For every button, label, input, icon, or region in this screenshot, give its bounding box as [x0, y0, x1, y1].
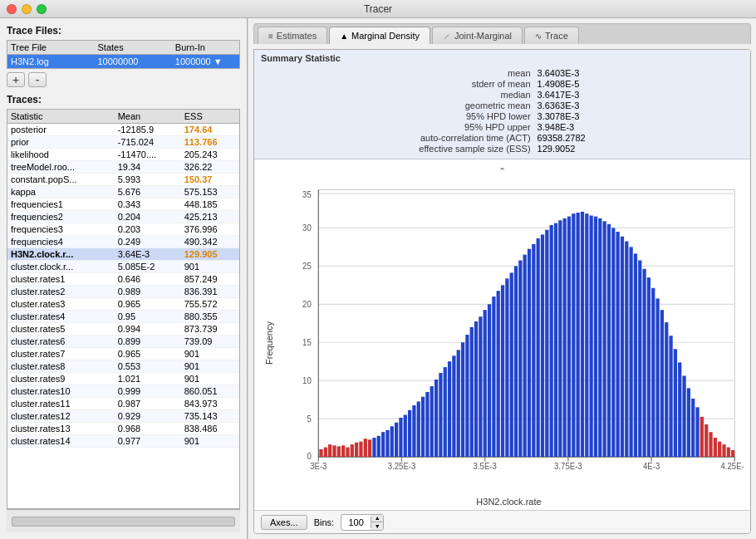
- traces-row[interactable]: cluster.rates14 0.977 901: [7, 435, 239, 448]
- traces-mean: 0.553: [115, 360, 181, 373]
- svg-rect-98: [616, 232, 619, 457]
- stats-grid: mean3.6403E-3stderr of mean1.4908E-5medi…: [261, 66, 744, 155]
- svg-rect-85: [558, 220, 562, 457]
- close-button[interactable]: [7, 4, 17, 14]
- traces-row[interactable]: cluster.rates13 0.968 838.486: [7, 423, 239, 435]
- svg-rect-36: [341, 445, 345, 457]
- right-panel: ≡ Estimates ▲ Marginal Density ⟋ Joint-M…: [248, 18, 756, 539]
- traces-row[interactable]: frequencies1 0.343 448.185: [7, 198, 239, 211]
- axes-button[interactable]: Axes...: [261, 515, 307, 530]
- traces-mean: 0.965: [115, 298, 181, 311]
- traces-row[interactable]: frequencies2 0.204 425.213: [7, 211, 239, 223]
- traces-ess: 880.355: [181, 311, 239, 323]
- traces-row[interactable]: likelihood -11470.... 205.243: [7, 149, 239, 161]
- svg-rect-119: [709, 432, 712, 457]
- svg-rect-55: [425, 392, 429, 457]
- svg-rect-99: [621, 237, 624, 457]
- add-trace-button[interactable]: +: [7, 72, 25, 87]
- tab-joint-marginal[interactable]: ⟋ Joint-Marginal: [432, 27, 523, 44]
- tab-marginal-density[interactable]: ▲ Marginal Density: [329, 27, 430, 44]
- estimates-icon: ≡: [268, 32, 273, 41]
- traces-row[interactable]: constant.popS... 5.993 150.37: [7, 174, 239, 186]
- traces-row[interactable]: cluster.rates11 0.987 843.973: [7, 398, 239, 410]
- traces-row[interactable]: cluster.rates4 0.95 880.355: [7, 311, 239, 323]
- traces-ess: 150.37: [181, 174, 239, 186]
- svg-rect-33: [328, 444, 331, 457]
- traces-ess: 129.905: [181, 248, 239, 261]
- svg-rect-57: [434, 380, 438, 457]
- bins-value[interactable]: 100: [341, 517, 371, 528]
- traces-scroll[interactable]: Statistic Mean ESS posterior -12185.9 17…: [7, 110, 239, 508]
- traces-row[interactable]: cluster.clock.r... 5.085E-2 901: [7, 261, 239, 273]
- traces-header-ess: ESS: [181, 110, 239, 124]
- traces-row[interactable]: cluster.rates6 0.899 739.09: [7, 336, 239, 348]
- traces-row[interactable]: treeModel.roo... 19.34 326.22: [7, 161, 239, 174]
- traces-row[interactable]: frequencies3 0.203 376.996: [7, 223, 239, 236]
- traces-row[interactable]: cluster.rates10 0.999 860.051: [7, 385, 239, 398]
- title-bar: Tracer: [0, 0, 756, 18]
- svg-text:4.25E-3: 4.25E-3: [721, 462, 744, 471]
- traces-ess: 490.342: [181, 236, 239, 248]
- bins-up-arrow[interactable]: ▲: [371, 515, 383, 522]
- svg-text:0: 0: [307, 452, 312, 461]
- svg-rect-56: [430, 386, 434, 457]
- minimize-button[interactable]: [22, 4, 32, 14]
- svg-rect-89: [577, 213, 580, 457]
- traces-row[interactable]: kappa 5.676 575.153: [7, 186, 239, 198]
- traces-ess: 739.09: [181, 336, 239, 348]
- svg-rect-82: [545, 230, 548, 457]
- chart-area: ⌃ Frequency 0: [254, 159, 750, 510]
- tf-header-states: States: [95, 41, 172, 55]
- traces-row[interactable]: cluster.rates8 0.553 901: [7, 360, 239, 373]
- traces-row[interactable]: cluster.rates3 0.965 755.572: [7, 298, 239, 311]
- tf-header-burnin: Burn-In: [172, 41, 240, 55]
- traces-row[interactable]: prior -715.024 113.766: [7, 136, 239, 149]
- traces-row[interactable]: posterior -12185.9 174.64: [7, 124, 239, 136]
- traces-ess: 838.486: [181, 423, 239, 435]
- traces-mean: 0.204: [115, 211, 181, 223]
- traces-row[interactable]: cluster.rates2 0.989 836.391: [7, 286, 239, 298]
- svg-rect-77: [523, 255, 527, 457]
- tab-estimates[interactable]: ≡ Estimates: [258, 27, 327, 44]
- traces-section: Traces: Statistic Mean ESS posterior: [7, 94, 240, 509]
- trace-file-row[interactable]: H3N2.log 10000000 1000000 ▼: [7, 55, 240, 69]
- traces-stat: cluster.rates12: [7, 410, 115, 423]
- traces-ess: 174.64: [181, 124, 239, 136]
- traces-row[interactable]: frequencies4 0.249 490.342: [7, 236, 239, 248]
- tab-trace[interactable]: ∿ Trace: [524, 27, 579, 44]
- remove-trace-button[interactable]: -: [28, 72, 47, 87]
- svg-rect-66: [474, 321, 478, 457]
- summary-title: Summary Statistic: [261, 53, 744, 63]
- svg-rect-108: [660, 310, 664, 457]
- svg-rect-113: [682, 375, 685, 457]
- traces-mean: 0.965: [115, 348, 181, 360]
- traces-stat: prior: [7, 136, 115, 149]
- svg-rect-93: [594, 217, 597, 457]
- traces-mean: 0.968: [115, 423, 181, 435]
- svg-text:4E-3: 4E-3: [643, 462, 660, 471]
- svg-rect-62: [457, 350, 460, 457]
- svg-rect-68: [484, 310, 487, 457]
- maximize-button[interactable]: [37, 4, 47, 14]
- bins-down-arrow[interactable]: ▼: [371, 522, 383, 530]
- traces-row[interactable]: cluster.rates1 0.646 857.249: [7, 273, 239, 286]
- trace-icon: ∿: [535, 32, 542, 41]
- svg-rect-45: [381, 432, 385, 457]
- traces-row[interactable]: cluster.rates7 0.965 901: [7, 348, 239, 360]
- traces-mean: 0.646: [115, 273, 181, 286]
- stat-label: geometric mean: [261, 100, 531, 110]
- traces-row[interactable]: cluster.rates5 0.994 873.739: [7, 323, 239, 336]
- traces-stat: cluster.rates3: [7, 298, 115, 311]
- trace-files-label: Trace Files:: [7, 25, 240, 37]
- window-title: Tracer: [364, 3, 392, 15]
- svg-rect-118: [704, 424, 708, 457]
- traces-mean: 0.249: [115, 236, 181, 248]
- svg-rect-53: [417, 401, 420, 457]
- traces-row[interactable]: H3N2.clock.r... 3.64E-3 129.905: [7, 248, 239, 261]
- traces-ess: 860.051: [181, 385, 239, 398]
- stat-value: 3.3078E-3: [538, 111, 744, 121]
- traces-row[interactable]: cluster.rates9 1.021 901: [7, 373, 239, 385]
- traces-row[interactable]: cluster.rates12 0.929 735.143: [7, 410, 239, 423]
- trace-files-table: Tree File States Burn-In H3N2.log 100000…: [7, 40, 240, 69]
- traces-ess: 376.996: [181, 223, 239, 236]
